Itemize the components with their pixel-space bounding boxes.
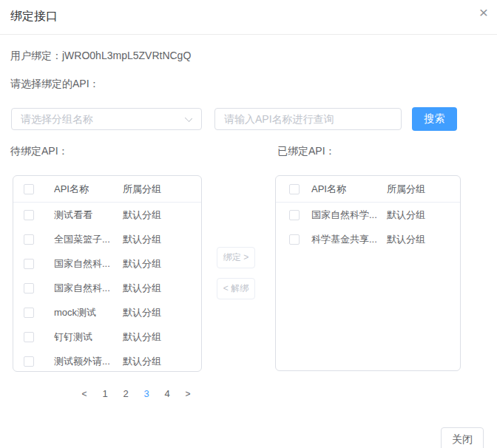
- user-binding-line: 用户绑定：jWRO0hL3mpL5ZVRtNCgQ: [10, 50, 191, 63]
- unbind-button[interactable]: < 解绑: [217, 278, 255, 299]
- api-name-cell: 国家自然科...: [54, 282, 110, 295]
- pending-api-table: API名称 所属分组 测试看看 默认分组 全国菜篮子... 默认分组 国家自然科…: [13, 175, 202, 372]
- api-group-cell: 默认分组: [387, 233, 425, 246]
- group-select-placeholder: 请选择分组名称: [21, 113, 93, 126]
- page-2[interactable]: 2: [118, 386, 134, 402]
- api-group-cell: 默认分组: [123, 306, 161, 319]
- row-checkbox[interactable]: [289, 210, 300, 220]
- select-all-checkbox[interactable]: [289, 184, 300, 194]
- column-header-group: 所属分组: [387, 183, 425, 196]
- bind-interface-dialog: 绑定接口 × 用户绑定：jWRO0hL3mpL5ZVRtNCgQ 请选择绑定的A…: [0, 0, 497, 448]
- api-group-cell: 默认分组: [387, 208, 425, 222]
- api-name-cell: 全国菜篮子...: [54, 233, 110, 246]
- table-header: API名称 所属分组: [276, 176, 460, 203]
- table-row: 钉钉测试 默认分组: [13, 325, 201, 349]
- bound-api-table: API名称 所属分组 国家自然科学... 默认分组 科学基金共享... 默认分组: [275, 175, 461, 371]
- pagination: < 1 2 3 4 >: [74, 386, 198, 402]
- api-name-cell: 科学基金共享...: [311, 233, 377, 246]
- page-4[interactable]: 4: [159, 386, 175, 402]
- row-checkbox[interactable]: [24, 356, 34, 367]
- select-all-checkbox[interactable]: [24, 184, 34, 194]
- row-checkbox[interactable]: [24, 259, 34, 269]
- api-name-cell: 测试看看: [54, 208, 92, 222]
- api-name-cell: 测试额外请...: [54, 355, 110, 368]
- search-button[interactable]: 搜索: [412, 107, 457, 131]
- row-checkbox[interactable]: [24, 210, 34, 220]
- row-checkbox[interactable]: [24, 332, 34, 342]
- api-group-cell: 默认分组: [123, 355, 161, 368]
- table-row: 国家自然科... 默认分组: [13, 251, 201, 276]
- close-footer-button[interactable]: 关闭: [441, 427, 484, 448]
- bound-api-label: 已绑定API：: [277, 145, 336, 158]
- table-row: 科学基金共享... 默认分组: [276, 227, 460, 251]
- table-row: 全国菜篮子... 默认分组: [13, 227, 201, 251]
- user-binding-value: jWRO0hL3mpL5ZVRtNCgQ: [62, 50, 191, 61]
- close-icon[interactable]: ×: [479, 4, 488, 20]
- api-name-cell: 国家自然科...: [54, 257, 110, 271]
- group-select[interactable]: 请选择分组名称: [11, 108, 202, 130]
- next-page-icon[interactable]: >: [180, 386, 196, 402]
- row-checkbox[interactable]: [24, 283, 34, 293]
- api-group-cell: 默认分组: [123, 257, 161, 271]
- prev-page-icon[interactable]: <: [76, 386, 92, 402]
- row-checkbox[interactable]: [289, 234, 300, 245]
- column-header-name: API名称: [311, 183, 346, 196]
- table-row: 测试额外请... 默认分组: [13, 349, 201, 372]
- table-row: 测试看看 默认分组: [13, 203, 201, 227]
- table-row: mock测试 默认分组: [13, 300, 201, 325]
- user-binding-label: 用户绑定：: [10, 50, 62, 61]
- dialog-header: 绑定接口 ×: [0, 0, 497, 35]
- api-name-cell: 钉钉测试: [54, 330, 92, 344]
- api-group-cell: 默认分组: [123, 282, 161, 295]
- api-name-cell: 国家自然科学...: [311, 208, 377, 222]
- table-header: API名称 所属分组: [13, 176, 201, 203]
- api-group-cell: 默认分组: [123, 330, 161, 344]
- api-name-cell: mock测试: [54, 306, 96, 319]
- pending-api-label: 待绑定API：: [10, 145, 69, 158]
- column-header-group: 所属分组: [123, 183, 161, 196]
- table-row: 国家自然科... 默认分组: [13, 276, 201, 300]
- api-group-cell: 默认分组: [123, 233, 161, 246]
- select-api-label: 请选择绑定的API：: [10, 78, 100, 91]
- chevron-down-icon: [186, 115, 192, 121]
- page-3-active[interactable]: 3: [138, 386, 155, 402]
- api-group-cell: 默认分组: [123, 208, 161, 222]
- page-1[interactable]: 1: [97, 386, 113, 402]
- row-checkbox[interactable]: [24, 234, 34, 245]
- dialog-title: 绑定接口: [10, 9, 58, 24]
- bind-button[interactable]: 绑定 >: [217, 247, 255, 268]
- column-header-name: API名称: [54, 183, 89, 196]
- table-row: 国家自然科学... 默认分组: [276, 203, 460, 227]
- api-search-input[interactable]: [214, 108, 402, 130]
- row-checkbox[interactable]: [24, 308, 34, 318]
